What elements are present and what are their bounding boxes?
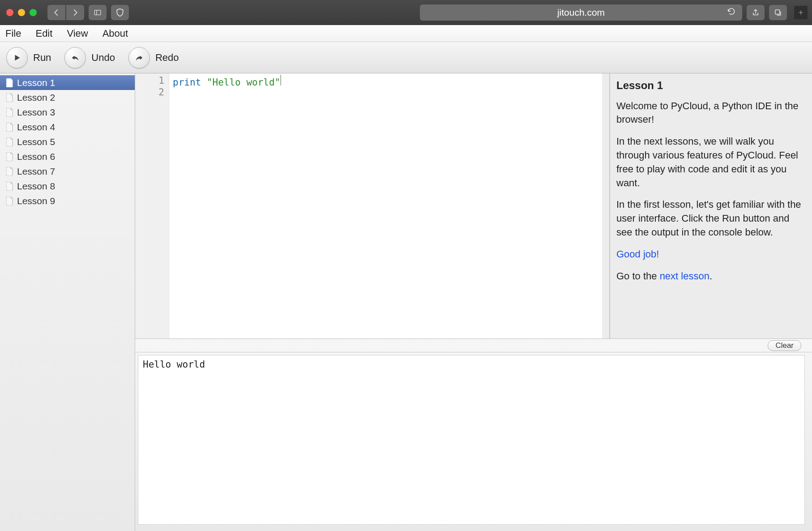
sidebar-item-label: Lesson 3	[17, 107, 55, 118]
file-icon	[6, 108, 13, 117]
nav-back-forward-group	[47, 5, 84, 20]
redo-label: Redo	[155, 52, 179, 64]
lesson-paragraph: In the next lessons, we will walk you th…	[616, 135, 806, 190]
console-output[interactable]: Hello world	[138, 355, 805, 525]
file-icon	[6, 137, 13, 146]
lesson-sidebar: Lesson 1Lesson 2Lesson 3Lesson 4Lesson 5…	[0, 73, 135, 531]
menu-view[interactable]: View	[67, 28, 88, 39]
sidebar-item-lesson-1[interactable]: Lesson 1	[0, 75, 135, 90]
undo-tool[interactable]: Undo	[64, 47, 115, 69]
code-area[interactable]: print "Hello world"	[169, 73, 609, 338]
run-tool[interactable]: Run	[6, 47, 51, 69]
next-lesson-link[interactable]: next lesson	[660, 270, 709, 282]
file-icon	[6, 93, 13, 102]
sidebar-item-label: Lesson 4	[17, 122, 55, 133]
undo-icon	[64, 47, 86, 69]
console-line: Hello world	[143, 359, 800, 370]
sidebar-item-lesson-3[interactable]: Lesson 3	[0, 105, 135, 120]
sidebar-item-label: Lesson 6	[17, 151, 55, 162]
lesson-paragraph: Welcome to PyCloud, a Python IDE in the …	[616, 99, 806, 127]
nav-forward-button[interactable]	[66, 5, 84, 20]
code-keyword: print	[173, 77, 201, 88]
svg-rect-0	[94, 10, 101, 15]
sidebar-item-lesson-2[interactable]: Lesson 2	[0, 90, 135, 105]
reload-button[interactable]	[727, 7, 736, 18]
file-icon	[6, 123, 13, 132]
goto-suffix: .	[709, 270, 712, 282]
redo-icon	[128, 47, 150, 69]
good-job-link[interactable]: Good job!	[616, 248, 659, 260]
file-icon	[6, 182, 13, 191]
play-icon	[6, 47, 28, 69]
window-close-button[interactable]	[6, 9, 13, 16]
editor-row: 1 2 print "Hello world" Lesson 1 Welcome…	[135, 73, 812, 339]
line-number: 1	[135, 75, 164, 86]
lesson-info-pane: Lesson 1 Welcome to PyCloud, a Python ID…	[610, 73, 812, 338]
privacy-shield-button[interactable]	[111, 5, 129, 20]
main-area: Lesson 1Lesson 2Lesson 3Lesson 4Lesson 5…	[0, 73, 812, 531]
menu-file[interactable]: File	[5, 28, 21, 39]
menu-edit[interactable]: Edit	[35, 28, 52, 39]
console-panel: Clear Hello world	[135, 339, 812, 531]
sidebar-item-label: Lesson 7	[17, 166, 55, 177]
sidebar-item-label: Lesson 5	[17, 137, 55, 147]
nav-back-button[interactable]	[47, 5, 65, 20]
console-toolbar: Clear	[135, 339, 812, 352]
window-zoom-button[interactable]	[30, 9, 37, 16]
sidebar-item-lesson-7[interactable]: Lesson 7	[0, 164, 135, 179]
menu-about[interactable]: About	[103, 28, 128, 39]
browser-right-controls	[747, 5, 808, 20]
sidebar-item-lesson-9[interactable]: Lesson 9	[0, 193, 135, 208]
sidebar-item-lesson-8[interactable]: Lesson 8	[0, 179, 135, 193]
address-bar-url: jitouch.com	[557, 7, 605, 18]
sidebar-toggle-button[interactable]	[89, 5, 107, 20]
address-bar-wrap: jitouch.com	[111, 4, 742, 21]
browser-chrome-bar: jitouch.com	[0, 0, 812, 25]
line-number: 2	[135, 86, 164, 98]
file-icon	[6, 197, 13, 206]
file-icon	[6, 78, 13, 87]
sidebar-item-label: Lesson 9	[17, 196, 55, 206]
goto-prefix: Go to the	[616, 270, 660, 282]
code-space	[201, 77, 207, 88]
window-traffic-lights	[6, 9, 37, 16]
redo-tool[interactable]: Redo	[128, 47, 179, 69]
sidebar-item-label: Lesson 2	[17, 92, 55, 103]
undo-label: Undo	[91, 52, 115, 64]
window-minimize-button[interactable]	[18, 9, 25, 16]
new-tab-button[interactable]	[794, 6, 808, 19]
goto-line: Go to the next lesson.	[616, 270, 806, 283]
sidebar-item-lesson-6[interactable]: Lesson 6	[0, 149, 135, 164]
sidebar-item-lesson-4[interactable]: Lesson 4	[0, 120, 135, 134]
file-icon	[6, 167, 13, 176]
sidebar-item-label: Lesson 1	[17, 77, 55, 88]
file-icon	[6, 152, 13, 161]
code-string: "Hello world"	[207, 77, 280, 88]
clear-button[interactable]: Clear	[768, 340, 801, 351]
sidebar-item-lesson-5[interactable]: Lesson 5	[0, 134, 135, 149]
share-button[interactable]	[747, 5, 765, 20]
sidebar-item-label: Lesson 8	[17, 181, 55, 192]
app-toolbar: Run Undo Redo	[0, 42, 812, 73]
code-editor[interactable]: 1 2 print "Hello world"	[135, 73, 610, 338]
editor-cursor	[280, 75, 282, 86]
editor-gutter: 1 2	[135, 73, 169, 338]
svg-rect-2	[775, 10, 780, 14]
app-menu-bar: File Edit View About	[0, 25, 812, 42]
center-column: 1 2 print "Hello world" Lesson 1 Welcome…	[135, 73, 812, 531]
address-bar[interactable]: jitouch.com	[420, 4, 742, 21]
lesson-title: Lesson 1	[616, 78, 806, 93]
lesson-paragraph: In the first lesson, let's get familiar …	[616, 198, 806, 239]
run-label: Run	[33, 52, 51, 64]
tabs-overview-button[interactable]	[769, 5, 787, 20]
